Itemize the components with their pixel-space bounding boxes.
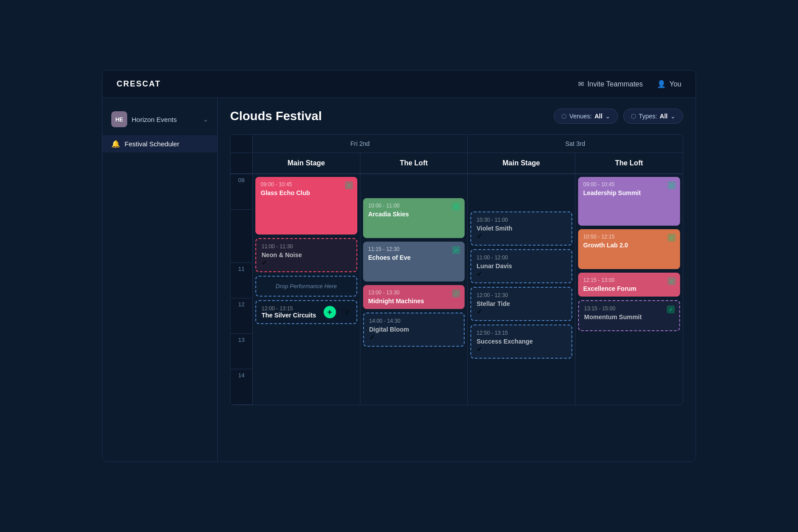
event-name: Lunar Davis (477, 262, 566, 270)
check-icon: ✓ (668, 277, 676, 285)
col-fri-loft: 10:00 - 11:00 Arcadia Skies ✓ 11:15 - 12… (360, 174, 468, 405)
event-time: 13:00 - 13:30 (368, 289, 460, 296)
event-arcadia-skies[interactable]: 10:00 - 11:00 Arcadia Skies ✓ (363, 198, 465, 238)
event-silver-circuits-dragging[interactable]: 12:00 - 13:15 The Silver Circuits + ☞ (255, 300, 357, 324)
time-slot-11: 11 (231, 263, 252, 298)
sidebar: HE Horizon Events ⌄ 🔔 Festival Scheduler (102, 98, 218, 462)
event-time: 12:00 - 12:30 (477, 292, 566, 298)
venue-header-sat-loft: The Loft (575, 153, 683, 173)
event-name: Excellence Forum (583, 285, 675, 292)
venues-value: All (595, 113, 602, 120)
event-time: 10:30 - 11:00 (477, 217, 566, 223)
event-lunar-davis[interactable]: 11:00 - 12:00 Lunar Davis ✓ (470, 249, 572, 283)
event-stellar-tide[interactable]: 12:00 - 12:30 Stellar Tide ✓ (470, 287, 572, 321)
event-time: 12:00 - 13:15 (262, 305, 320, 312)
event-name: Digital Bloom (369, 326, 459, 333)
col-fri-main: 09:00 - 10:45 Glass Echo Club ✓ 11:00 - … (253, 174, 360, 405)
venues-icon: ⬡ (561, 113, 567, 120)
event-success-exchange[interactable]: 12:50 - 13:15 Success Exchange ✓ (470, 325, 572, 359)
app-container: CRESCAT ✉ Invite Teammates 👤 You HE Hori… (102, 70, 696, 462)
sidebar-item-festival-scheduler[interactable]: 🔔 Festival Scheduler (102, 135, 217, 153)
venue-header-fri-loft: The Loft (360, 153, 468, 173)
event-violet-smith[interactable]: 10:30 - 11:00 Violet Smith ✓ (470, 211, 572, 246)
sidebar-item-label: Festival Scheduler (125, 140, 179, 148)
types-icon: ⬡ (631, 113, 636, 120)
org-avatar: HE (111, 111, 127, 127)
day-header-sat: Sat 3rd (468, 135, 683, 153)
event-name: The Silver Circuits (262, 312, 320, 319)
check-icon: ✓ (477, 270, 566, 278)
time-slot-14: 14 (231, 369, 252, 405)
event-time: 11:00 - 12:00 (477, 254, 566, 261)
check-icon: ✓ (477, 307, 566, 316)
venue-header-fri-main: Main Stage (253, 153, 360, 173)
content-area: Clouds Festival ⬡ Venues: All ⌄ ⬡ Types:… (218, 98, 696, 462)
time-slot-13: 13 (231, 334, 252, 369)
venue-header-sat-main: Main Stage (468, 153, 575, 173)
event-name: Glass Echo Club (261, 189, 352, 196)
org-selector[interactable]: HE Horizon Events ⌄ (102, 107, 217, 132)
event-growth-lab[interactable]: 10:50 - 12:15 Growth Lab 2.0 ✓ (578, 229, 681, 269)
event-name: Echoes of Eve (368, 254, 460, 261)
day-headers: Fri 2nd Sat 3rd (231, 135, 683, 153)
check-icon: ✓ (452, 203, 460, 211)
time-column: 09 11 12 13 14 (231, 174, 253, 405)
drop-zone[interactable]: Drop Performance Here (255, 276, 357, 297)
add-icon: + (324, 306, 336, 318)
check-icon: ✓ (345, 181, 353, 189)
event-name: Midnight Machines (368, 297, 460, 305)
check-icon: ✓ (668, 234, 676, 242)
top-bar-right: ✉ Invite Teammates 👤 You (578, 80, 681, 88)
event-midnight-machines[interactable]: 13:00 - 13:30 Midnight Machines ✓ (363, 285, 465, 309)
event-digital-bloom[interactable]: 14:00 - 14:30 Digital Bloom ✓ (363, 313, 465, 347)
types-chevron-icon: ⌄ (670, 113, 676, 120)
event-time: 12:50 - 13:15 (477, 330, 566, 336)
invite-teammates-button[interactable]: ✉ Invite Teammates (578, 80, 643, 88)
time-slot-09: 09 (231, 174, 252, 210)
event-time: 09:00 - 10:45 (583, 181, 675, 188)
event-excellence-forum[interactable]: 12:15 - 13:00 Excellence Forum ✓ (578, 273, 681, 297)
top-bar: CRESCAT ✉ Invite Teammates 👤 You (102, 70, 696, 98)
cursor-icon: ☞ (341, 306, 351, 318)
event-glass-echo-club[interactable]: 09:00 - 10:45 Glass Echo Club ✓ (255, 177, 357, 235)
event-time: 13:15 - 15:00 (584, 305, 674, 312)
check-icon: ✓ (262, 258, 351, 267)
bell-icon: 🔔 (111, 140, 120, 148)
event-echoes-of-eve[interactable]: 11:15 - 12:30 Echoes of Eve ✓ (363, 242, 465, 282)
venue-headers: Main Stage The Loft Main Stage The Loft (231, 153, 683, 174)
event-name: Growth Lab 2.0 (583, 242, 675, 249)
check-icon: ✓ (452, 246, 460, 254)
types-label: Types: (639, 113, 657, 120)
event-time: 11:15 - 12:30 (368, 246, 460, 252)
sat-loft-events: 09:00 - 10:45 Leadership Summit ✓ 10:50 … (575, 174, 683, 336)
day-header-fri: Fri 2nd (253, 135, 468, 153)
check-icon: ✓ (667, 305, 675, 313)
event-time: 09:00 - 10:45 (261, 181, 352, 188)
org-name: Horizon Events (132, 116, 199, 123)
types-filter[interactable]: ⬡ Types: All ⌄ (623, 109, 683, 124)
check-icon: ✓ (668, 181, 676, 189)
user-icon: 👤 (657, 80, 666, 88)
user-button[interactable]: 👤 You (657, 80, 681, 88)
check-icon: ✓ (477, 232, 566, 240)
event-time: 10:50 - 12:15 (583, 234, 675, 240)
venues-label: Venues: (569, 113, 592, 120)
dragging-info: 12:00 - 13:15 The Silver Circuits (262, 305, 320, 319)
sat-main-events: 10:30 - 11:00 Violet Smith ✓ 11:00 - 12:… (468, 209, 575, 363)
filter-bar: ⬡ Venues: All ⌄ ⬡ Types: All ⌄ (554, 109, 683, 124)
venues-filter[interactable]: ⬡ Venues: All ⌄ (554, 109, 618, 124)
event-name: Leadership Summit (583, 189, 675, 196)
types-value: All (660, 113, 668, 120)
event-time: 10:00 - 11:00 (368, 203, 460, 209)
check-icon: ✓ (369, 333, 459, 341)
page-title: Clouds Festival (230, 109, 322, 123)
event-momentum-summit[interactable]: 13:15 - 15:00 Momentum Summit ✓ (578, 300, 681, 331)
scheduler-grid: Fri 2nd Sat 3rd Main Stage The Loft Main… (230, 134, 683, 405)
logo: CRESCAT (117, 79, 161, 89)
event-leadership-summit[interactable]: 09:00 - 10:45 Leadership Summit ✓ (578, 177, 681, 226)
time-slot-10 (231, 210, 252, 263)
event-name: Neon & Noise (262, 251, 351, 258)
content-header: Clouds Festival ⬡ Venues: All ⌄ ⬡ Types:… (230, 109, 683, 124)
col-sat-loft: 09:00 - 10:45 Leadership Summit ✓ 10:50 … (575, 174, 683, 405)
event-neon-noise[interactable]: 11:00 - 11:30 Neon & Noise ✓ (255, 238, 357, 272)
